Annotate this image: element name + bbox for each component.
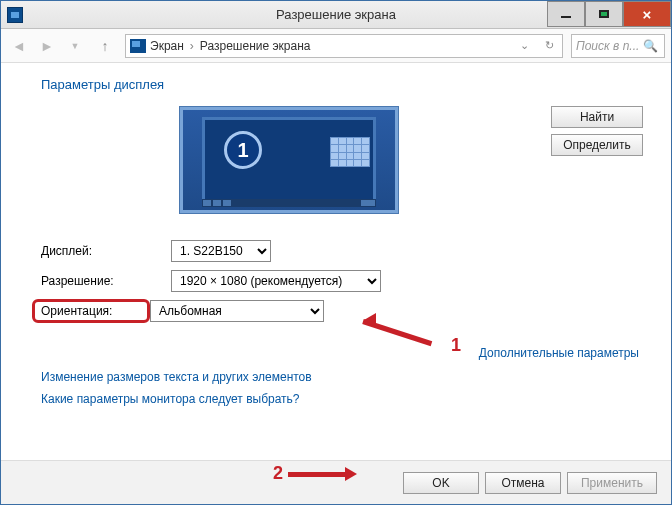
grid-icon — [330, 137, 370, 167]
orientation-label: Ориентация: — [32, 299, 150, 323]
app-icon — [7, 7, 23, 23]
maximize-button[interactable] — [585, 1, 623, 27]
chevron-right-icon: › — [190, 39, 194, 53]
navbar: ◄ ► ▼ ↑ Экран › Разрешение экрана ⌄ ↻ По… — [1, 29, 671, 63]
search-placeholder: Поиск в п... — [576, 39, 639, 53]
apply-button[interactable]: Применить — [567, 472, 657, 494]
refresh-icon[interactable]: ↻ — [541, 39, 558, 52]
content-area: Параметры дисплея 1 Найти Определить — [1, 63, 671, 460]
window-frame: Разрешение экрана × ◄ ► ▼ ↑ Экран › Разр… — [0, 0, 672, 505]
back-button[interactable]: ◄ — [7, 34, 31, 58]
annotation-number-2: 2 — [273, 463, 283, 484]
search-input[interactable]: Поиск в п... 🔍 — [571, 34, 665, 58]
breadcrumb-item[interactable]: Разрешение экрана — [200, 39, 311, 53]
display-label: Дисплей: — [41, 244, 171, 258]
address-dropdown-icon[interactable]: ⌄ — [516, 39, 533, 52]
section-title: Параметры дисплея — [41, 77, 643, 92]
breadcrumb-item[interactable]: Экран — [150, 39, 184, 53]
window-controls: × — [547, 1, 671, 28]
history-dropdown[interactable]: ▼ — [63, 34, 87, 58]
titlebar: Разрешение экрана × — [1, 1, 671, 29]
address-bar[interactable]: Экран › Разрешение экрана ⌄ ↻ — [125, 34, 563, 58]
resolution-label: Разрешение: — [41, 274, 171, 288]
ok-button[interactable]: OK — [403, 472, 479, 494]
footer: OK Отмена Применить — [1, 460, 671, 504]
minimize-button[interactable] — [547, 1, 585, 27]
advanced-link[interactable]: Дополнительные параметры — [479, 346, 639, 360]
location-icon — [130, 39, 146, 53]
find-button[interactable]: Найти — [551, 106, 643, 128]
display-select[interactable]: 1. S22B150 — [171, 240, 271, 262]
search-icon: 🔍 — [643, 39, 658, 53]
text-size-link[interactable]: Изменение размеров текста и других элеме… — [41, 370, 643, 384]
monitor-number-badge: 1 — [224, 131, 262, 169]
cancel-button[interactable]: Отмена — [485, 472, 561, 494]
window-title: Разрешение экрана — [276, 7, 396, 22]
which-monitor-link[interactable]: Какие параметры монитора следует выбрать… — [41, 392, 643, 406]
taskbar-preview — [202, 199, 376, 207]
forward-button[interactable]: ► — [35, 34, 59, 58]
resolution-select[interactable]: 1920 × 1080 (рекомендуется) — [171, 270, 381, 292]
identify-button[interactable]: Определить — [551, 134, 643, 156]
orientation-select[interactable]: Альбомная — [150, 300, 324, 322]
close-button[interactable]: × — [623, 1, 671, 27]
up-button[interactable]: ↑ — [93, 34, 117, 58]
monitor-preview[interactable]: 1 — [179, 106, 399, 214]
annotation-number-1: 1 — [451, 335, 461, 356]
